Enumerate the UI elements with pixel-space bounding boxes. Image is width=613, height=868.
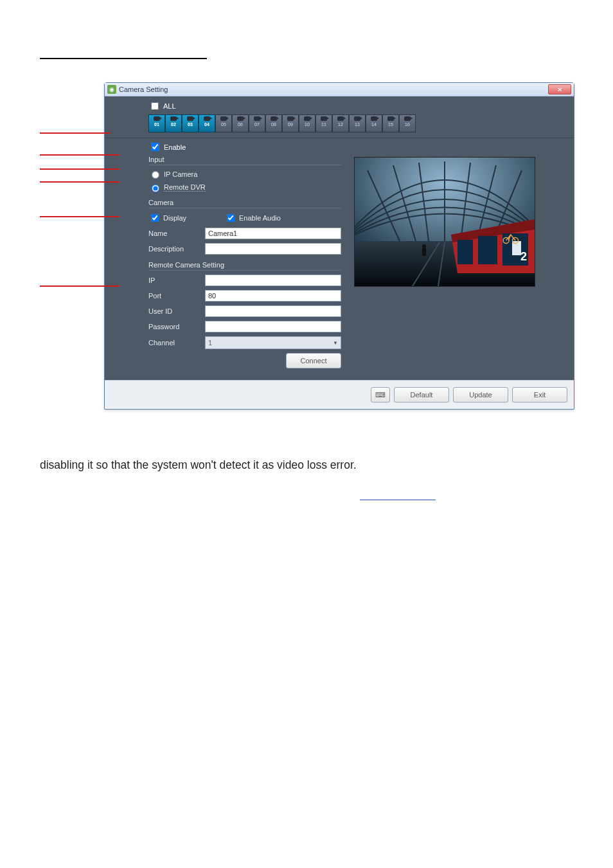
app-icon: ◉ [107, 85, 116, 94]
camera-number: 13 [355, 122, 360, 127]
camera-icon-09[interactable]: 09 [282, 114, 299, 132]
radio-remote-dvr[interactable]: Remote DVR [148, 183, 206, 192]
all-label: ALL [163, 102, 176, 110]
channel-label: Channel [148, 339, 200, 347]
display-checkbox[interactable]: Display [148, 212, 219, 224]
display-label: Display [163, 214, 186, 222]
camera-number: 03 [188, 122, 193, 127]
keyboard-button[interactable]: ⌨ [371, 387, 390, 402]
camera-icon-01[interactable]: 01 [148, 114, 165, 132]
user-id-label: User ID [148, 307, 200, 315]
camera-icon-03[interactable]: 03 [182, 114, 199, 132]
channel-select[interactable]: 1 ▼ [205, 336, 341, 349]
port-label: Port [148, 292, 200, 300]
camera-lens-icon [404, 116, 411, 121]
camera-number: 02 [171, 122, 176, 127]
radio-ip-camera-label: IP Camera [164, 170, 197, 178]
camera-icon-10[interactable]: 10 [299, 114, 315, 132]
default-button[interactable]: Default [394, 387, 449, 402]
camera-icon-08[interactable]: 08 [265, 114, 282, 132]
callout-lines [40, 85, 111, 316]
dialog-footer: ⌨ Default Update Exit [105, 380, 574, 409]
camera-lens-icon [287, 116, 294, 121]
body-text: disabling it so that the system won't de… [40, 452, 587, 478]
svg-rect-15 [458, 240, 473, 264]
camera-selector-strip: 01020304050607080910111213141516 [148, 114, 569, 132]
camera-number: 04 [204, 122, 209, 127]
enable-audio-label: Enable Audio [239, 214, 281, 222]
camera-number: 07 [254, 122, 260, 127]
camera-icon-06[interactable]: 06 [232, 114, 249, 132]
camera-number: 10 [305, 122, 310, 127]
camera-lens-icon [387, 116, 394, 121]
enable-label: Enable [164, 143, 186, 151]
camera-lens-icon [187, 116, 193, 121]
name-input[interactable] [205, 228, 341, 239]
ip-input[interactable] [205, 275, 341, 286]
camera-number: 15 [388, 122, 393, 127]
enable-checkbox[interactable] [151, 143, 159, 151]
camera-number: 16 [405, 122, 410, 127]
camera-icon-04[interactable]: 04 [199, 114, 215, 132]
password-label: Password [148, 323, 200, 330]
close-icon[interactable]: ✕ [548, 84, 571, 95]
port-input[interactable] [205, 290, 341, 302]
radio-remote-dvr-label: Remote DVR [164, 183, 206, 192]
camera-number: 08 [271, 122, 276, 127]
all-checkbox[interactable] [151, 102, 159, 110]
password-input[interactable] [205, 321, 341, 332]
camera-icon-12[interactable]: 12 [332, 114, 349, 132]
camera-number: 11 [321, 122, 326, 127]
camera-lens-icon [254, 116, 260, 121]
name-label: Name [148, 230, 200, 237]
camera-icon-11[interactable]: 11 [315, 114, 332, 132]
camera-lens-icon [304, 116, 310, 121]
camera-number: 12 [338, 122, 343, 127]
window-title: Camera Setting [119, 86, 168, 93]
group-remote: Remote Camera Setting IP Port User ID [148, 261, 341, 368]
camera-lens-icon [271, 116, 277, 121]
camera-lens-icon [170, 116, 177, 121]
camera-icon-02[interactable]: 02 [165, 114, 182, 132]
update-button[interactable]: Update [453, 387, 508, 402]
svg-text:2: 2 [520, 250, 527, 263]
group-input-title: Input [148, 156, 341, 165]
user-id-input[interactable] [205, 305, 341, 317]
camera-lens-icon [371, 116, 377, 121]
section-heading-underline [40, 39, 207, 59]
camera-preview: 2 [354, 157, 535, 287]
radio-ip-camera[interactable]: IP Camera [148, 169, 197, 179]
description-label: Description [148, 245, 200, 253]
camera-setting-window: ◉ Camera Setting ✕ ALL 01020304050607080… [104, 82, 574, 410]
group-camera: Camera Display Enable Audio [148, 199, 341, 255]
camera-lens-icon [354, 116, 360, 121]
camera-number: 01 [154, 122, 159, 127]
camera-lens-icon [321, 116, 327, 121]
camera-number: 14 [371, 122, 377, 127]
camera-icon-13[interactable]: 13 [349, 114, 366, 132]
svg-rect-14 [478, 236, 497, 264]
group-camera-title: Camera [148, 199, 341, 208]
keyboard-icon: ⌨ [375, 391, 386, 399]
camera-number: 06 [238, 122, 243, 127]
enable-audio-checkbox[interactable]: Enable Audio [224, 212, 281, 224]
camera-icon-14[interactable]: 14 [366, 114, 382, 132]
ip-label: IP [148, 276, 200, 284]
link-underline [360, 488, 436, 500]
camera-lens-icon [237, 116, 244, 121]
exit-button[interactable]: Exit [512, 387, 567, 402]
description-input[interactable] [205, 243, 341, 255]
connect-button[interactable]: Connect [286, 353, 341, 368]
channel-value: 1 [208, 339, 212, 347]
camera-icon-07[interactable]: 07 [249, 114, 265, 132]
titlebar: ◉ Camera Setting ✕ [105, 83, 574, 96]
svg-point-20 [422, 244, 426, 248]
camera-lens-icon [154, 116, 160, 121]
camera-icon-15[interactable]: 15 [382, 114, 399, 132]
camera-icon-05[interactable]: 05 [215, 114, 232, 132]
chevron-down-icon: ▼ [333, 340, 338, 346]
camera-lens-icon [220, 116, 227, 121]
camera-number: 05 [221, 122, 226, 127]
camera-icon-16[interactable]: 16 [399, 114, 416, 132]
camera-number: 09 [288, 122, 293, 127]
